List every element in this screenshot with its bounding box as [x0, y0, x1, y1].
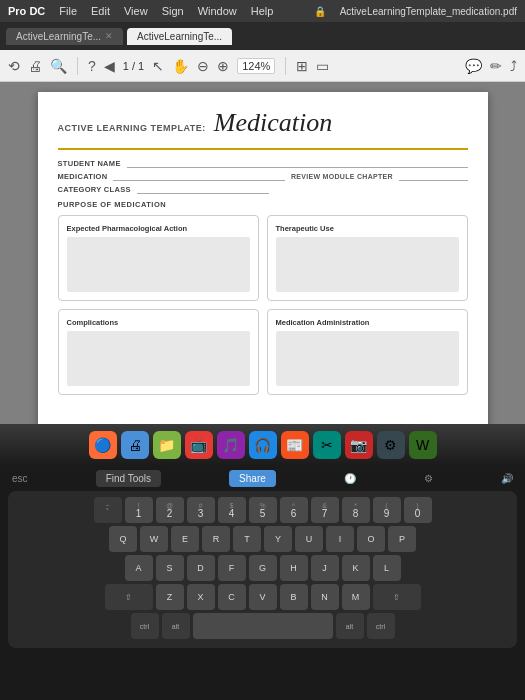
help-icon[interactable]: ?	[88, 58, 96, 74]
key-g[interactable]: G	[249, 555, 277, 581]
key-z[interactable]: Z	[156, 584, 184, 610]
key-k[interactable]: K	[342, 555, 370, 581]
category-class-label: CATEGORY CLASS	[58, 185, 131, 194]
card-administration-content[interactable]	[276, 331, 459, 386]
menu-window[interactable]: Window	[198, 5, 237, 17]
key-t[interactable]: T	[233, 526, 261, 552]
key-a[interactable]: A	[125, 555, 153, 581]
key-shift-left[interactable]: ⇧	[105, 584, 153, 610]
key-f[interactable]: F	[218, 555, 246, 581]
key-h[interactable]: H	[280, 555, 308, 581]
key-o[interactable]: O	[357, 526, 385, 552]
card-pharmacological-title: Expected Pharmacological Action	[67, 224, 250, 233]
page-info: 1 / 1	[123, 60, 144, 72]
dock-icon-9[interactable]: ⚙	[377, 431, 405, 459]
find-tools-button[interactable]: Find Tools	[96, 470, 161, 487]
category-class-field[interactable]	[137, 184, 269, 194]
key-b[interactable]: B	[280, 584, 308, 610]
key-c[interactable]: C	[218, 584, 246, 610]
key-alt-right[interactable]: alt	[336, 613, 364, 639]
key-6[interactable]: ^6	[280, 497, 308, 523]
hand-icon[interactable]: ✋	[172, 58, 189, 74]
fit-icon[interactable]: ⊞	[296, 58, 308, 74]
key-0[interactable]: )0	[404, 497, 432, 523]
dock-icon-1[interactable]: 🖨	[121, 431, 149, 459]
key-alt[interactable]: alt	[162, 613, 190, 639]
card-administration-title: Medication Administration	[276, 318, 459, 327]
key-1[interactable]: !1	[125, 497, 153, 523]
menu-edit[interactable]: Edit	[91, 5, 110, 17]
cursor-icon[interactable]: ↖	[152, 58, 164, 74]
card-administration: Medication Administration	[267, 309, 468, 395]
key-l[interactable]: L	[373, 555, 401, 581]
key-i[interactable]: I	[326, 526, 354, 552]
review-module-field[interactable]	[399, 171, 468, 181]
key-3[interactable]: #3	[187, 497, 215, 523]
key-tilde[interactable]: ~`	[94, 497, 122, 523]
dock-icon-3[interactable]: 📺	[185, 431, 213, 459]
dock-icon-6[interactable]: 📰	[281, 431, 309, 459]
comment-icon[interactable]: 💬	[465, 58, 482, 74]
key-2[interactable]: @2	[156, 497, 184, 523]
zoom-level[interactable]: 124%	[237, 58, 275, 74]
menu-sign[interactable]: Sign	[162, 5, 184, 17]
edit-icon[interactable]: ✏	[490, 58, 502, 74]
dock-icon-5[interactable]: 🎧	[249, 431, 277, 459]
prev-page-icon[interactable]: ◀	[104, 58, 115, 74]
key-shift-right[interactable]: ⇧	[373, 584, 421, 610]
tab-1[interactable]: ActiveLearningTe...	[127, 28, 232, 45]
dock-icon-2[interactable]: 📁	[153, 431, 181, 459]
card-pharmacological: Expected Pharmacological Action	[58, 215, 259, 301]
nav-back-icon[interactable]: ⟲	[8, 58, 20, 74]
key-p[interactable]: P	[388, 526, 416, 552]
key-5[interactable]: %5	[249, 497, 277, 523]
share-button[interactable]: Share	[229, 470, 276, 487]
key-e[interactable]: E	[171, 526, 199, 552]
dock-icon-0[interactable]: 🔵	[89, 431, 117, 459]
pdf-header-label: ACTIVE LEARNING TEMPLATE:	[58, 123, 206, 133]
key-q[interactable]: Q	[109, 526, 137, 552]
key-m[interactable]: M	[342, 584, 370, 610]
dock-icon-7[interactable]: ✂	[313, 431, 341, 459]
key-d[interactable]: D	[187, 555, 215, 581]
key-7[interactable]: &7	[311, 497, 339, 523]
key-s[interactable]: S	[156, 555, 184, 581]
key-v[interactable]: V	[249, 584, 277, 610]
key-4[interactable]: $4	[218, 497, 246, 523]
tab-0[interactable]: ActiveLearningTe... ✕	[6, 28, 123, 45]
key-n[interactable]: N	[311, 584, 339, 610]
key-u[interactable]: U	[295, 526, 323, 552]
pdf-header-title: Medication	[214, 108, 332, 138]
key-j[interactable]: J	[311, 555, 339, 581]
card-complications-content[interactable]	[67, 331, 250, 386]
pdf-page: ACTIVE LEARNING TEMPLATE: Medication STU…	[38, 92, 488, 424]
dock-icon-8[interactable]: 📷	[345, 431, 373, 459]
tab-0-close[interactable]: ✕	[105, 31, 113, 41]
student-name-field[interactable]	[127, 158, 468, 168]
search-icon[interactable]: 🔍	[50, 58, 67, 74]
key-8[interactable]: *8	[342, 497, 370, 523]
zoom-in-icon[interactable]: ⊕	[217, 58, 229, 74]
menu-help[interactable]: Help	[251, 5, 274, 17]
share-icon[interactable]: ⤴	[510, 58, 517, 74]
pdf-header: ACTIVE LEARNING TEMPLATE: Medication	[58, 108, 468, 138]
print-icon[interactable]: 🖨	[28, 58, 42, 74]
key-ctrl[interactable]: ctrl	[131, 613, 159, 639]
card-therapeutic-content[interactable]	[276, 237, 459, 292]
present-icon[interactable]: ▭	[316, 58, 329, 74]
key-r[interactable]: R	[202, 526, 230, 552]
menu-view[interactable]: View	[124, 5, 148, 17]
key-space[interactable]	[193, 613, 333, 639]
dock-icon-4[interactable]: 🎵	[217, 431, 245, 459]
key-ctrl-right[interactable]: ctrl	[367, 613, 395, 639]
menu-file[interactable]: File	[59, 5, 77, 17]
key-w[interactable]: W	[140, 526, 168, 552]
key-y[interactable]: Y	[264, 526, 292, 552]
dock-icon-10[interactable]: W	[409, 431, 437, 459]
key-x[interactable]: X	[187, 584, 215, 610]
card-pharmacological-content[interactable]	[67, 237, 250, 292]
medication-field[interactable]	[113, 171, 284, 181]
zoom-out-icon[interactable]: ⊖	[197, 58, 209, 74]
app-name: Pro DC	[8, 5, 45, 17]
key-9[interactable]: (9	[373, 497, 401, 523]
